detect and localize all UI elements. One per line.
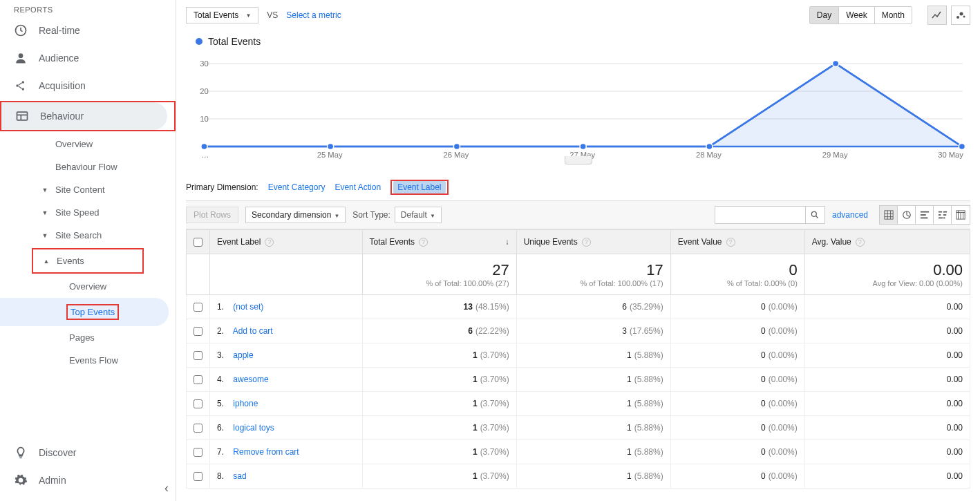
time-btn-day[interactable]: Day bbox=[810, 7, 839, 23]
event-label-link[interactable]: (not set) bbox=[233, 302, 263, 312]
search-input[interactable] bbox=[715, 207, 805, 223]
header-text: Event Label bbox=[217, 237, 261, 247]
data-table: Event Label? Total Events?↓ Unique Event… bbox=[186, 229, 970, 489]
svg-point-30 bbox=[812, 211, 817, 216]
view-pivot-icon[interactable] bbox=[952, 206, 970, 224]
metric-selector-1[interactable]: Total Events bbox=[186, 7, 258, 23]
select-all-checkbox[interactable] bbox=[194, 238, 202, 247]
row-checkbox[interactable] bbox=[194, 327, 202, 336]
time-btn-week[interactable]: Week bbox=[839, 7, 874, 23]
time-btn-month[interactable]: Month bbox=[875, 7, 912, 23]
sidebar-sub-site-content[interactable]: ▼Site Content bbox=[0, 178, 176, 201]
dim-event-action[interactable]: Event Action bbox=[334, 182, 381, 192]
row-event-value: 0(0.00%) bbox=[670, 295, 804, 319]
sidebar-sub-label: Site Speed bbox=[55, 207, 100, 218]
row-unique-events: 1(5.88%) bbox=[516, 464, 670, 489]
sidebar-item-admin[interactable]: Admin bbox=[0, 466, 176, 494]
collapse-sidebar-button[interactable]: ‹ bbox=[164, 481, 169, 495]
event-label-link[interactable]: Add to cart bbox=[233, 326, 273, 336]
row-total-events: 1(3.70%) bbox=[362, 464, 516, 489]
sidebar-item-realtime[interactable]: Real-time bbox=[0, 17, 176, 44]
help-icon[interactable]: ? bbox=[856, 238, 865, 247]
plot-rows-button[interactable]: Plot Rows bbox=[186, 207, 238, 223]
primary-dimension-label: Primary Dimension: bbox=[186, 182, 258, 192]
sidebar-sub-overview[interactable]: Overview bbox=[0, 133, 176, 155]
sidebar-sub-pages[interactable]: Pages bbox=[0, 326, 176, 349]
row-total-events: 1(3.70%) bbox=[362, 368, 516, 392]
header-unique-events[interactable]: Unique Events? bbox=[516, 230, 670, 254]
row-index: 1. bbox=[217, 302, 231, 312]
header-event-value[interactable]: Event Value? bbox=[670, 230, 804, 254]
motion-chart-icon[interactable] bbox=[951, 6, 970, 25]
svg-text:10: 10 bbox=[200, 115, 208, 123]
event-label-link[interactable]: logical toys bbox=[233, 423, 274, 433]
secondary-dimension-label: Secondary dimension bbox=[252, 210, 331, 220]
header-event-label[interactable]: Event Label? bbox=[210, 230, 363, 254]
metric-selector-2[interactable]: Select a metric bbox=[286, 10, 341, 20]
view-comparison-icon[interactable] bbox=[934, 206, 952, 224]
sidebar-sub-site-speed[interactable]: ▼Site Speed bbox=[0, 201, 176, 224]
row-event-value: 0(0.00%) bbox=[670, 319, 804, 343]
dim-event-label[interactable]: Event Label bbox=[393, 181, 445, 193]
sidebar-sub-events-flow[interactable]: Events Flow bbox=[0, 349, 176, 372]
chart-area: 30 20 10 … 25 May 26 May 27 May 28 May bbox=[190, 50, 966, 160]
event-label-link[interactable]: sad bbox=[233, 471, 246, 481]
event-label-link[interactable]: Remove from cart bbox=[233, 447, 299, 457]
row-avg-value: 0.00 bbox=[804, 464, 970, 489]
summary-value: 17 bbox=[524, 261, 663, 279]
row-checkbox[interactable] bbox=[194, 399, 202, 408]
sidebar-item-behaviour[interactable]: Behaviour bbox=[1, 102, 167, 130]
row-total-events: 1(3.70%) bbox=[362, 416, 516, 440]
sidebar-sub-site-search[interactable]: ▼Site Search bbox=[0, 224, 176, 247]
row-checkbox[interactable] bbox=[194, 375, 202, 384]
sidebar-sub-events-overview[interactable]: Overview bbox=[0, 275, 176, 298]
dim-event-category[interactable]: Event Category bbox=[268, 182, 326, 192]
main-panel: Total Events VS Select a metric Day Week… bbox=[176, 0, 980, 501]
table-row: 5. iphone1(3.70%)1(5.88%)0(0.00%)0.00 bbox=[187, 392, 970, 416]
view-bar-icon[interactable] bbox=[916, 206, 934, 224]
row-label-cell: 1. (not set) bbox=[210, 295, 363, 319]
row-checkbox[interactable] bbox=[194, 303, 202, 312]
sidebar-sub-events[interactable]: ▲Events bbox=[33, 249, 142, 272]
event-label-link[interactable]: awesome bbox=[233, 375, 268, 384]
sidebar-sub-label: Behaviour Flow bbox=[55, 162, 117, 172]
table-row: 1. (not set)13(48.15%)6(35.29%)0(0.00%)0… bbox=[187, 295, 970, 319]
row-index: 5. bbox=[217, 399, 231, 408]
summary-unique-events: 17% of Total: 100.00% (17) bbox=[516, 254, 670, 295]
row-checkbox[interactable] bbox=[194, 448, 202, 457]
row-checkbox[interactable] bbox=[194, 351, 202, 360]
advanced-link[interactable]: advanced bbox=[832, 210, 868, 220]
sidebar-sub-top-events[interactable]: Top Events bbox=[0, 298, 169, 326]
event-label-link[interactable]: iphone bbox=[233, 399, 258, 408]
help-icon[interactable]: ? bbox=[265, 238, 274, 247]
line-chart-icon[interactable] bbox=[927, 6, 947, 25]
svg-point-8 bbox=[963, 16, 965, 18]
svg-point-4 bbox=[22, 88, 24, 90]
header-checkbox-cell bbox=[187, 230, 210, 254]
help-icon[interactable]: ? bbox=[419, 238, 428, 247]
secondary-dimension-select[interactable]: Secondary dimension bbox=[245, 207, 346, 223]
sort-type-select[interactable]: Default bbox=[395, 207, 442, 223]
help-icon[interactable]: ? bbox=[726, 238, 735, 247]
view-pie-icon[interactable] bbox=[898, 206, 916, 224]
sidebar-item-discover[interactable]: Discover bbox=[0, 439, 176, 466]
svg-text:29 May: 29 May bbox=[822, 151, 848, 159]
header-avg-value[interactable]: Avg. Value? bbox=[804, 230, 970, 254]
view-table-icon[interactable] bbox=[880, 206, 898, 224]
row-label-cell: 2. Add to cart bbox=[210, 319, 363, 343]
chart-resize-handle[interactable] bbox=[565, 156, 592, 164]
row-avg-value: 0.00 bbox=[804, 368, 970, 392]
header-total-events[interactable]: Total Events?↓ bbox=[362, 230, 516, 254]
row-checkbox[interactable] bbox=[194, 472, 202, 481]
sidebar-item-audience[interactable]: Audience bbox=[0, 44, 176, 72]
help-icon[interactable]: ? bbox=[582, 238, 591, 247]
sidebar-sub-label: Site Search bbox=[55, 230, 102, 240]
sidebar-item-acquisition[interactable]: Acquisition bbox=[0, 72, 176, 100]
search-button[interactable] bbox=[805, 207, 824, 223]
header-text: Unique Events bbox=[524, 237, 578, 247]
sidebar-item-label: Real-time bbox=[39, 25, 80, 36]
svg-point-1 bbox=[19, 53, 23, 58]
event-label-link[interactable]: apple bbox=[233, 350, 253, 360]
row-checkbox[interactable] bbox=[194, 424, 202, 433]
sidebar-sub-behaviour-flow[interactable]: Behaviour Flow bbox=[0, 155, 176, 178]
